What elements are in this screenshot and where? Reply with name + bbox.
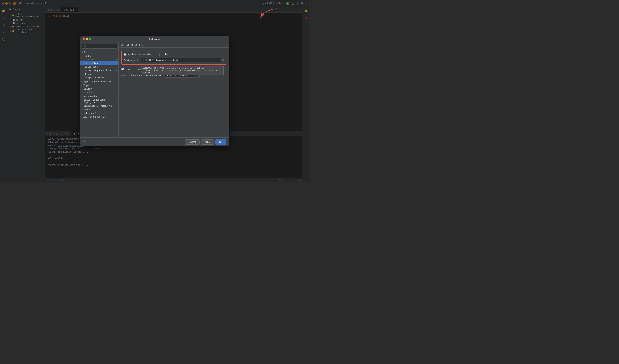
nav-label: Imports — [85, 73, 94, 75]
arrow-annotation — [259, 7, 281, 22]
dialog-overlay: Settings ▾ Go GOROOT ↗ — [0, 0, 310, 182]
external-icon: ↗ — [116, 55, 117, 57]
forward-icon[interactable]: → — [225, 43, 227, 46]
expand-arrow-icon: ▸ — [82, 105, 83, 107]
expand-arrow-icon: ▸ — [82, 100, 83, 102]
external-icon: ↗ — [116, 95, 117, 97]
settings-breadcrumb: Go › Go Modules ↺ ← → — [118, 42, 229, 48]
enable-integration-row: Enable Go modules integration — [124, 53, 224, 56]
enable-integration-checkbox[interactable] — [124, 53, 127, 56]
help-icon[interactable]: ? — [83, 140, 85, 144]
nav-label: Go — [84, 51, 86, 54]
nav-item-advanced-settings[interactable]: Advanced Settings — [81, 115, 118, 119]
nav-item-tools[interactable]: ▸ Tools — [81, 108, 118, 111]
tooltip-line2: Unless explicitly set, GOPROXY is automa… — [143, 69, 222, 74]
nav-item-keymap[interactable]: Keymap — [81, 83, 118, 87]
settings-search — [81, 43, 118, 50]
nav-label: Keymap — [83, 84, 91, 87]
external-icon: ↗ — [116, 73, 117, 75]
external-icon: ↗ — [116, 58, 117, 60]
nav-item-build-tags[interactable]: Build Tags ↗ — [81, 65, 118, 69]
dialog-title-bar: Settings — [81, 36, 229, 42]
external-icon: ↗ — [116, 69, 117, 71]
environment-field-row: Environment: ⧉ GOPROXY, GOPRIVATE, and o… — [124, 58, 224, 62]
expand-arrow-icon: ▾ — [82, 51, 83, 53]
nav-item-go-modules[interactable]: Go Modules — [81, 61, 118, 65]
tooltip-line1: GOPROXY, GOPRIVATE, and other environmen… — [143, 67, 222, 69]
nav-label: Build, Execution, Deployment — [84, 98, 117, 104]
external-icon: ↗ — [116, 66, 117, 68]
nav-item-project-structure[interactable]: Project Structure ↗ — [81, 76, 118, 80]
settings-content: Go › Go Modules ↺ ← → — [118, 42, 229, 137]
environment-input[interactable] — [141, 58, 224, 62]
nav-label: GOROOT — [85, 55, 93, 57]
enable-vendoring-checkbox[interactable] — [121, 68, 124, 70]
nav-item-settings-sync[interactable]: Settings Sync — [81, 111, 118, 115]
ok-button[interactable]: OK — [215, 139, 226, 145]
cancel-button[interactable]: Cancel — [185, 139, 199, 145]
breadcrumb-current: Go Modules — [127, 44, 140, 46]
dialog-footer: ? Cancel Apply OK — [81, 137, 229, 146]
nav-label: Appearance & Behavior — [84, 81, 111, 83]
external-icon: ↗ — [116, 77, 117, 79]
expand-arrow-icon: ▸ — [82, 81, 83, 82]
breadcrumb-nav: ← → — [222, 43, 227, 46]
nav-item-goroot[interactable]: GOROOT ↗ — [81, 54, 118, 58]
nav-label: Formatting Functions — [85, 69, 111, 72]
nav-item-version-control[interactable]: ▸ Version Control ↗ — [81, 94, 118, 98]
nav-label: Settings Sync — [83, 112, 100, 114]
nav-item-gopath[interactable]: GOPATH ↗ — [81, 58, 118, 61]
dialog-title: Settings — [149, 38, 161, 40]
settings-sidebar: ▾ Go GOROOT ↗ GOPATH ↗ Go Modules — [81, 42, 118, 137]
expand-arrow-icon: ▸ — [82, 108, 83, 110]
enable-integration-label: Enable Go modules integration — [128, 53, 169, 56]
reset-icon[interactable]: ↺ — [142, 44, 143, 46]
nav-item-imports[interactable]: Imports ↗ — [81, 72, 118, 76]
environment-label: Environment: — [124, 58, 140, 62]
dialog-close-button[interactable] — [83, 38, 85, 40]
nav-label: Advanced Settings — [83, 116, 106, 118]
dialog-body: ▾ Go GOROOT ↗ GOPATH ↗ Go Modules — [81, 42, 229, 137]
settings-nav: ▾ Go GOROOT ↗ GOPATH ↗ Go Modules — [81, 50, 118, 119]
nav-label: Project Structure — [85, 76, 107, 79]
dialog-maximize-button[interactable] — [89, 38, 91, 40]
nav-item-go[interactable]: ▾ Go — [81, 51, 118, 54]
footer-buttons: Cancel Apply OK — [185, 139, 226, 145]
settings-search-input[interactable] — [82, 44, 117, 49]
nav-label: Editor — [84, 88, 92, 90]
nav-item-languages[interactable]: ▸ Languages & Frameworks — [81, 104, 118, 108]
settings-dialog: Settings ▾ Go GOROOT ↗ — [81, 36, 229, 146]
apply-button[interactable]: Apply — [201, 139, 214, 145]
nav-item-editor[interactable]: ▸ Editor — [81, 87, 118, 91]
nav-label: Languages & Frameworks — [84, 105, 113, 107]
go-modules-section: Enable Go modules integration Environmen… — [121, 51, 226, 65]
nav-label: Go Modules — [85, 62, 98, 65]
dialog-minimize-button[interactable] — [86, 38, 88, 40]
breadcrumb-go-link[interactable]: Go — [121, 44, 123, 46]
expand-arrow-icon: ▸ — [82, 95, 83, 97]
nav-label: Version Control — [84, 95, 103, 97]
nav-item-formatting-functions[interactable]: Formatting Functions ↗ — [81, 69, 118, 72]
copy-icon[interactable]: ⧉ — [221, 59, 223, 61]
nav-item-plugins[interactable]: Plugins — [81, 91, 118, 94]
environment-tooltip: GOPROXY, GOPRIVATE, and other environmen… — [141, 66, 224, 75]
nav-label: GOPATH — [85, 58, 93, 61]
expand-arrow-icon: ▸ — [82, 88, 83, 90]
nav-label: Build Tags — [85, 66, 98, 68]
nav-item-build[interactable]: ▸ Build, Execution, Deployment — [81, 98, 118, 104]
dialog-traffic-lights — [83, 38, 91, 40]
back-icon[interactable]: ← — [222, 43, 224, 46]
settings-main: Enable Go modules integration Environmen… — [118, 48, 229, 137]
nav-label: Tools — [84, 108, 90, 111]
nav-label: Plugins — [83, 91, 93, 94]
environment-input-wrapper: ⧉ GOPROXY, GOPRIVATE, and other environm… — [141, 58, 224, 62]
nav-item-appearance[interactable]: ▸ Appearance & Behavior — [81, 80, 118, 83]
